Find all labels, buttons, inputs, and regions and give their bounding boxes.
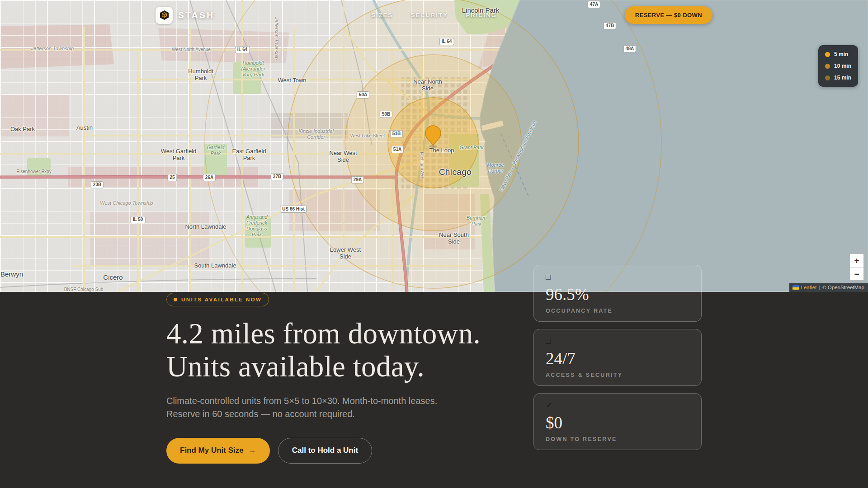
main-nav: SIZESSECURITYPRICING: [371, 12, 496, 19]
stat-icon: ✓: [546, 401, 689, 411]
call-to-hold-button[interactable]: Call to Hold a Unit: [278, 438, 372, 464]
badge-label: UNITS AVAILABLE NOW: [181, 297, 262, 302]
legend-item: 5 min: [825, 51, 851, 57]
drive-time-legend: 5 min 10 min 15 min: [818, 45, 858, 87]
badge-dot-icon: [174, 298, 177, 301]
legend-label: 10 min: [834, 63, 851, 69]
map-zoom-control: + −: [849, 253, 864, 281]
nav-link[interactable]: PRICING: [466, 12, 497, 19]
hero-heading-line1: 4.2 miles from downtown.: [166, 317, 481, 350]
legend-item: 15 min: [825, 75, 851, 81]
hero-body-line2: Reserve in 60 seconds — no account requi…: [166, 409, 355, 419]
hero-body-line1: Climate-controlled units from 5×5 to 10×…: [166, 396, 437, 406]
stat-card: ✓ $0 DOWN TO RESERVE: [533, 393, 702, 450]
zoom-out-button[interactable]: −: [850, 267, 863, 280]
legend-label: 5 min: [834, 51, 848, 57]
osm-link[interactable]: © OpenStreetMap: [822, 285, 864, 290]
hero-cta-row: Find My Unit Size → Call to Hold a Unit: [166, 438, 481, 464]
legend-dot-icon: [825, 64, 830, 69]
stat-icon: □: [546, 337, 689, 347]
stat-value: 24/7: [546, 350, 689, 368]
legend-item: 10 min: [825, 63, 851, 69]
leaflet-link[interactable]: Leaflet: [801, 285, 817, 290]
cube-icon: [159, 10, 170, 20]
legend-dot-icon: [825, 52, 830, 57]
legend-dot-icon: [825, 75, 830, 80]
stat-cards: □ 96.5% OCCUPANCY RATE □ 24/7 ACCESS & S…: [533, 265, 702, 464]
nav-link[interactable]: SIZES: [371, 12, 393, 19]
nav-link[interactable]: SECURITY: [411, 12, 448, 19]
stat-icon: □: [546, 272, 689, 282]
availability-badge: UNITS AVAILABLE NOW: [166, 293, 269, 306]
find-unit-size-label: Find My Unit Size: [180, 446, 244, 455]
hero-body: Climate-controlled units from 5×5 to 10×…: [166, 394, 481, 421]
stat-label: ACCESS & SECURITY: [546, 372, 689, 378]
reserve-button[interactable]: RESERVE — $0 DOWN: [625, 6, 712, 24]
zoom-in-button[interactable]: +: [850, 254, 863, 267]
page: Lincoln ParkHumboldt ParkWest TownNear N…: [0, 0, 868, 488]
legend-label: 15 min: [834, 75, 851, 81]
brand-name: STASH: [178, 10, 214, 20]
stat-card: □ 24/7 ACCESS & SECURITY: [533, 329, 702, 386]
hero-section: UNITS AVAILABLE NOW 4.2 miles from downt…: [0, 292, 868, 488]
map-section[interactable]: Lincoln ParkHumboldt ParkWest TownNear N…: [0, 0, 868, 292]
hero-copy: UNITS AVAILABLE NOW 4.2 miles from downt…: [166, 292, 481, 464]
ukraine-flag-icon: [793, 285, 799, 290]
header: STASH SIZESSECURITYPRICING RESERVE — $0 …: [0, 0, 868, 30]
stat-value: $0: [546, 414, 689, 432]
stat-card: □ 96.5% OCCUPANCY RATE: [533, 265, 702, 322]
attribution-separator: |: [819, 285, 820, 290]
stat-label: OCCUPANCY RATE: [546, 308, 689, 314]
find-unit-size-button[interactable]: Find My Unit Size →: [166, 438, 270, 464]
hero-heading: 4.2 miles from downtown. Units available…: [166, 317, 481, 383]
brand-logo[interactable]: [156, 7, 173, 24]
stat-value: 96.5%: [546, 286, 689, 304]
map-canvas[interactable]: [0, 0, 868, 292]
map-attribution: Leaflet | © OpenStreetMap: [789, 283, 868, 292]
stat-label: DOWN TO RESERVE: [546, 436, 689, 442]
arrow-right-icon: →: [249, 446, 256, 455]
hero-heading-line2: Units available today.: [166, 350, 425, 383]
